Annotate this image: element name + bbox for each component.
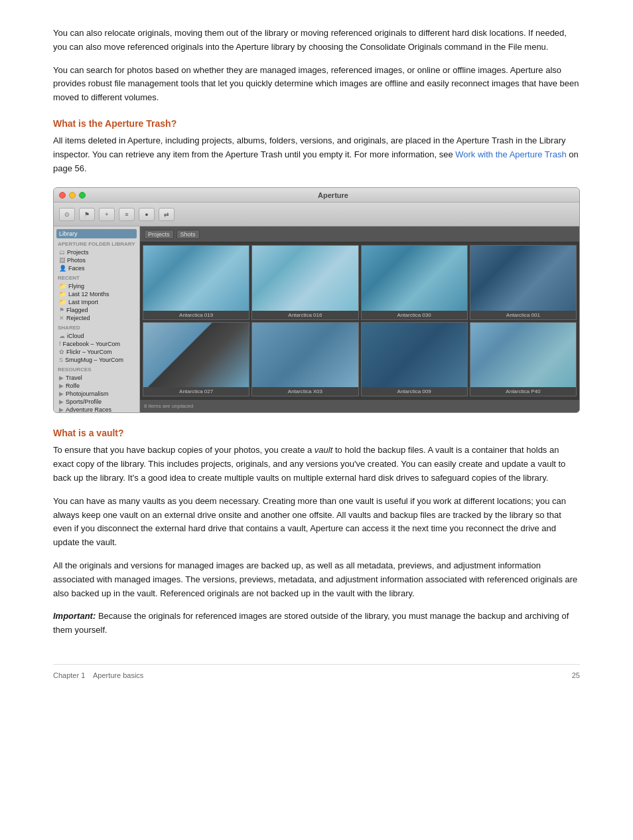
photo-label-6: Antarctica 009 xyxy=(362,387,467,396)
photo-label-4: Antarctica 027 xyxy=(143,387,249,396)
photo-cell-5: Antarctica X03 xyxy=(251,322,358,397)
section-trash-body: All items deleted in Aperture, including… xyxy=(53,134,580,175)
photo-cell-6: Antarctica 009 xyxy=(361,322,468,397)
sidebar-section-aperture: APERTURE FOLDER LIBRARY xyxy=(58,241,137,247)
section-trash-heading: What is the Aperture Trash? xyxy=(53,118,580,129)
photo-label-5: Antarctica X03 xyxy=(252,387,358,396)
photo-img-1 xyxy=(252,246,358,311)
photo-img-0 xyxy=(143,246,249,311)
photo-img-2 xyxy=(362,246,467,311)
sidebar-item-projects: 🗂 Projects xyxy=(56,248,137,256)
sidebar-item-flying: 📁 Flying xyxy=(56,282,137,290)
photo-label-3: Antarctica 001 xyxy=(470,311,576,319)
aperture-screenshot: Aperture ⊙ ⚑ + ≡ ● ⇄ Library APERTURE FO… xyxy=(53,187,580,413)
photo-cell-1: Antarctica 016 xyxy=(251,245,358,320)
sidebar-item-photos: 🖼 Photos xyxy=(56,256,137,264)
important-label: Important: xyxy=(53,611,96,621)
screenshot-bottom-bar: 8 items are unplaced xyxy=(140,399,579,412)
shots-tab: Shots xyxy=(176,230,200,239)
projects-tab: Projects xyxy=(144,230,174,239)
screenshot-content: Projects Shots Antarctica 019 Antarctica… xyxy=(140,226,579,412)
toolbar-btn-5: ● xyxy=(139,208,155,221)
screenshot-titlebar: Aperture xyxy=(54,188,579,203)
photo-label-7: Antarctica P40 xyxy=(470,387,576,396)
maximize-button xyxy=(79,192,86,199)
sidebar-section-recent: RECENT xyxy=(58,275,137,281)
vault-italic: vault xyxy=(315,445,332,455)
toolbar-btn-4: ≡ xyxy=(119,208,135,221)
status-text: 8 items are unplaced xyxy=(144,403,193,409)
photo-cell-2: Antarctica 030 xyxy=(361,245,468,320)
close-button xyxy=(59,192,66,199)
window-controls xyxy=(59,192,86,199)
toolbar-btn-2: ⚑ xyxy=(79,208,95,221)
footer-page: 25 xyxy=(572,671,580,679)
window-title: Aperture xyxy=(92,191,574,199)
screenshot-body: Library APERTURE FOLDER LIBRARY 🗂 Projec… xyxy=(54,226,579,412)
vault-important: Important: Because the originals for ref… xyxy=(53,610,580,637)
photo-img-6 xyxy=(362,323,467,388)
vault-para2: You can have as many vaults as you deem … xyxy=(53,495,580,550)
photo-grid: Antarctica 019 Antarctica 016 Antarctica… xyxy=(140,242,579,399)
sidebar-item-last12: 📁 Last 12 Months xyxy=(56,290,137,298)
photo-img-3 xyxy=(470,246,576,311)
photo-img-5 xyxy=(252,323,358,388)
paragraph-1: You can also relocate originals, moving … xyxy=(53,27,580,54)
sidebar-item-faces: 👤 Faces xyxy=(56,264,137,272)
sidebar-item-icloud: ☁ iCloud xyxy=(56,332,137,340)
trash-link[interactable]: Work with the Aperture Trash xyxy=(455,149,566,159)
footer-section: Aperture basics xyxy=(93,671,143,679)
sidebar-item-facebook: f Facebook – YourCom xyxy=(56,340,137,348)
content-toolbar: Projects Shots xyxy=(140,226,579,242)
sidebar-item-smugmug: S SmugMug – YourCom xyxy=(56,356,137,364)
sidebar-item-lastimport: 📁 Last Import xyxy=(56,298,137,306)
sidebar-item-flagged: ⚑ Flagged xyxy=(56,306,137,314)
sidebar-item-sports: ▶ Sports/Profile xyxy=(56,398,137,406)
photo-label-2: Antarctica 030 xyxy=(362,311,467,319)
sidebar-section-shared: SHARED xyxy=(58,325,137,331)
vault-para3: All the originals and versions for manag… xyxy=(53,559,580,600)
photo-label-0: Antarctica 019 xyxy=(143,311,249,319)
toolbar-btn-6: ⇄ xyxy=(159,208,175,221)
photo-img-4 xyxy=(143,323,249,388)
sidebar-item-photojournalism: ▶ Photojournalism xyxy=(56,390,137,398)
photo-cell-3: Antarctica 001 xyxy=(470,245,577,320)
screenshot-toolbar: ⊙ ⚑ + ≡ ● ⇄ xyxy=(54,203,579,226)
sidebar-item-flickr: ✿ Flickr – YourCom xyxy=(56,348,137,356)
minimize-button xyxy=(69,192,76,199)
photo-label-1: Antarctica 016 xyxy=(252,311,358,319)
screenshot-sidebar: Library APERTURE FOLDER LIBRARY 🗂 Projec… xyxy=(54,226,140,412)
library-label: Library xyxy=(56,229,137,238)
paragraph-2: You can search for photos based on wheth… xyxy=(53,64,580,105)
vault-para1-before: To ensure that you have backup copies of… xyxy=(53,445,315,455)
sidebar-item-rolfe: ▶ Rolfe xyxy=(56,382,137,390)
footer-chapter: Chapter 1 xyxy=(53,671,85,679)
sidebar-item-adventure: ▶ Adventure Races xyxy=(56,406,137,412)
photo-img-7 xyxy=(470,323,576,388)
section-vault-heading: What is a vault? xyxy=(53,428,580,438)
vault-para1: To ensure that you have backup copies of… xyxy=(53,444,580,485)
photo-cell-0: Antarctica 019 xyxy=(143,245,249,320)
toolbar-btn-1: ⊙ xyxy=(59,208,75,221)
toolbar-btn-3: + xyxy=(99,208,115,221)
important-text: Because the originals for referenced ima… xyxy=(53,611,569,635)
photo-cell-4: Antarctica 027 xyxy=(143,322,249,397)
footer: Chapter 1 Aperture basics 25 xyxy=(53,664,580,679)
sidebar-section-resources: RESOURCES xyxy=(58,367,137,373)
footer-chapter-section: Chapter 1 Aperture basics xyxy=(53,671,143,679)
sidebar-item-rejected: ✕ Rejected xyxy=(56,314,137,322)
photo-cell-7: Antarctica P40 xyxy=(470,322,577,397)
sidebar-item-travel: ▶ Travel xyxy=(56,374,137,382)
